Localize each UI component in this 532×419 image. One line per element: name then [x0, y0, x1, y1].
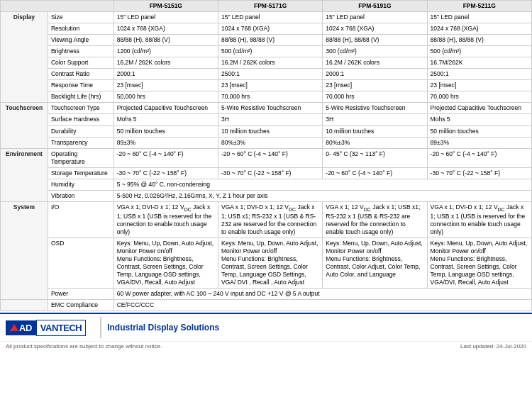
prop-hardness: Surface Hardness: [48, 114, 113, 125]
val-cr-1: 2000:1: [113, 69, 218, 80]
val-bl-2: 70,000 hrs: [218, 91, 322, 103]
val-res-4: 1024 x 768 (XGA): [427, 23, 531, 35]
val-va-2: 88/88 (H), 88/88 (V): [218, 35, 322, 46]
prop-io: I/O: [48, 201, 113, 238]
val-res-1: 1024 x 768 (XGA): [113, 23, 218, 35]
val-sh-4: Mohs 5: [427, 114, 531, 125]
val-vibration: 5-500 Hz, 0.026G²/Hz, 2.16Grms, X, Y, Z …: [113, 190, 531, 201]
val-st-2: -30 ~ 70° C (-22 ~ 158° F): [218, 167, 322, 179]
val-va-1: 88/88 (H), 88/88 (V): [113, 35, 218, 46]
category-emc-blank: [1, 300, 48, 311]
val-tt-4: Projected Capacitive Touchscreen: [427, 103, 531, 114]
specs-table: FPM-5151G FPM-5171G FPM-5191G FPM-5211G …: [0, 0, 532, 311]
val-va-4: 88/88 (H), 88/88 (V): [427, 35, 531, 46]
category-system: System: [1, 201, 48, 299]
val-bl-4: 70,000 hrs: [427, 91, 531, 103]
val-cr-4: 2500:1: [427, 69, 531, 80]
val-res-3: 1024 x 768 (XGA): [323, 23, 427, 35]
logo-ad: AD: [19, 323, 32, 333]
prop-emc: EMC Compliance: [48, 300, 113, 311]
val-bright-1: 1200 (cd/m²): [113, 46, 218, 57]
val-emc: CE/FCC/CCC: [113, 300, 531, 311]
prop-brightness: Brightness: [48, 46, 113, 57]
header-col4: FPM-5211G: [427, 1, 531, 12]
val-bright-3: 300 (cd/m²): [323, 46, 427, 57]
prop-transparency: Transparency: [48, 137, 113, 148]
val-st-4: -30 ~ 70° C (-22 ~ 158° F): [427, 167, 531, 179]
val-dur-1: 50 million touches: [113, 125, 218, 137]
prop-touch-type: Touchscreen Type: [48, 103, 113, 114]
prop-op-temp: Operating Temperature: [48, 148, 113, 167]
prop-viewing-angle: Viewing Angle: [48, 35, 113, 46]
val-st-3: -20 ~ 60° C (-4 ~ 140° F): [323, 167, 427, 179]
val-cs-3: 16.2M / 262K colors: [323, 57, 427, 69]
val-cs-4: 16.7M/262K: [427, 57, 531, 69]
val-ot-2: -20 ~ 60° C (-4 ~ 140° F): [218, 148, 322, 167]
val-osd-4: Keys: Menu, Up, Down, Auto Adjust, Monit…: [427, 238, 531, 288]
prop-power: Power: [48, 289, 113, 300]
val-osd-3: Keys: Menu, Up, Down, Auto Adjust, Monit…: [323, 238, 427, 288]
val-power: 60 W power adapter, with AC 100 ~ 240 V …: [113, 289, 531, 300]
footer-tagline: Industrial Display Solutions: [107, 323, 219, 333]
prop-backlight: Backlight Life (hrs): [48, 91, 113, 103]
category-touchscreen: Touchscreen: [1, 103, 48, 148]
prop-color-support: Color Support: [48, 57, 113, 69]
val-ot-4: -20 ~ 60° C (-4 ~ 140° F): [427, 148, 531, 167]
prop-contrast: Contrast Ratio: [48, 69, 113, 80]
val-io-1: VGA x 1; DVI-D x 1; 12 VDC Jack x 1; USB…: [113, 201, 218, 238]
header-col3: FPM-5191G: [323, 1, 427, 12]
val-rt-2: 23 [msec]: [218, 80, 322, 91]
header-blank: [1, 1, 114, 12]
footer-divider: [100, 317, 101, 338]
val-cs-2: 16.2M / 262K colors: [218, 57, 322, 69]
logo-vantech: VANTECH: [40, 323, 82, 333]
val-dur-3: 10 million touches: [323, 125, 427, 137]
disclaimer-text: All product specifications are subject t…: [6, 343, 162, 350]
val-io-4: VGA x 1; DVI-D x 1; 12 VDC Jack x 1; USB…: [427, 201, 531, 238]
footer: AD VANTECH Industrial Display Solutions: [0, 313, 532, 341]
updated-text: Last updated: 24-Jul-2020: [460, 343, 526, 350]
prop-response-time: Response Time: [48, 80, 113, 91]
val-osd-1: Keys: Menu, Up, Down, Auto Adjust, Monit…: [113, 238, 218, 288]
val-res-2: 1024 x 768 (XGA): [218, 23, 322, 35]
val-trans-3: 80%±3%: [323, 137, 427, 148]
val-st-1: -30 ~ 70° C (-22 ~ 158° F): [113, 167, 218, 179]
val-bright-2: 500 (cd/m²): [218, 46, 322, 57]
val-rt-3: 23 [msec]: [323, 80, 427, 91]
val-dur-4: 50 million touches: [427, 125, 531, 137]
footer-title: Industrial Display Solutions: [107, 323, 219, 333]
val-va-3: 88/88 (H), 88/88 (V): [323, 35, 427, 46]
val-size-1: 15" LED panel: [113, 12, 218, 23]
val-cs-1: 16.2M / 262K colors: [113, 57, 218, 69]
prop-resolution: Resolution: [48, 23, 113, 35]
prop-st-temp: Storage Temperature: [48, 167, 113, 179]
val-rt-1: 23 [msec]: [113, 80, 218, 91]
val-ot-3: 0- 45° C (32 ~ 113° F): [323, 148, 427, 167]
prop-osd: OSD: [48, 238, 113, 288]
val-sh-3: 3H: [323, 114, 427, 125]
val-trans-2: 80%±3%: [218, 137, 322, 148]
val-bl-3: 70,000 hrs: [323, 91, 427, 103]
val-bl-1: 50,000 hrs: [113, 91, 218, 103]
val-cr-3: 2000:1: [323, 69, 427, 80]
val-size-4: 15" LED panel: [427, 12, 531, 23]
val-rt-4: 23 [msec]: [427, 80, 531, 91]
header-col1: FPM-5151G: [113, 1, 218, 12]
prop-humidity: Humidity: [48, 179, 113, 190]
prop-durability: Durability: [48, 125, 113, 137]
val-trans-1: 89±3%: [113, 137, 218, 148]
val-dur-2: 10 million touches: [218, 125, 322, 137]
val-size-3: 15" LED panel: [323, 12, 427, 23]
prop-size: Size: [48, 12, 113, 23]
val-tt-2: 5-Wire Resistive Touchscreen: [218, 103, 322, 114]
val-cr-2: 2500:1: [218, 69, 322, 80]
val-ot-1: -20 ~ 60° C (-4 ~ 140° F): [113, 148, 218, 167]
val-sh-1: Mohs 5: [113, 114, 218, 125]
company-logo: AD VANTECH: [6, 320, 86, 336]
val-bright-4: 500 (cd/m²): [427, 46, 531, 57]
val-tt-1: Projected Capacitive Touchscreen: [113, 103, 218, 114]
footer-bottom: All product specifications are subject t…: [0, 341, 532, 351]
val-io-2: VGA x 1; DVI-D x 1; 12 VDC Jack x 1; USB…: [218, 201, 322, 238]
category-environment: Environment: [1, 148, 48, 201]
val-humidity: 5 ~ 95% @ 40° C, non-condensing: [113, 179, 531, 190]
